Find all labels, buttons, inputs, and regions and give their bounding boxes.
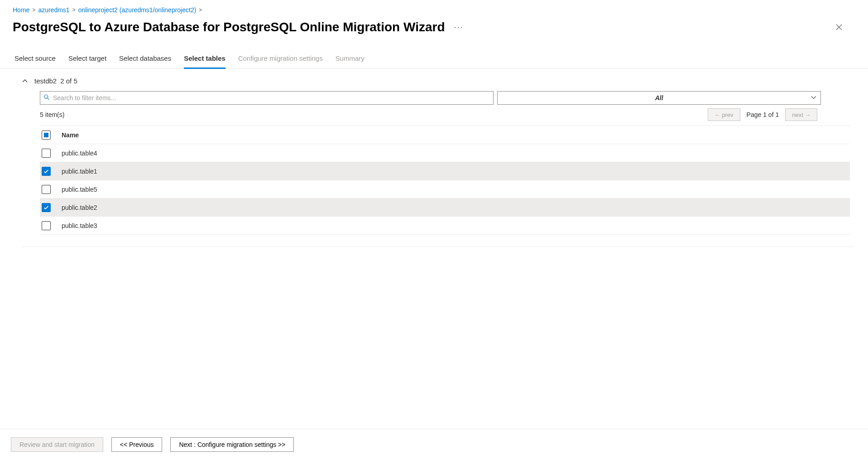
close-icon: [836, 24, 842, 30]
tables-list: Name public.table4 public.table1 public.…: [40, 126, 850, 235]
breadcrumb-link-azuredms1[interactable]: azuredms1: [38, 6, 69, 14]
filter-row: All: [40, 91, 850, 105]
review-start-migration-button: Review and start migration: [11, 437, 103, 452]
more-actions-button[interactable]: ···: [452, 21, 465, 34]
row-checkbox[interactable]: [42, 185, 51, 194]
tab-select-tables[interactable]: Select tables: [184, 51, 225, 69]
wizard-tabs: Select source Select target Select datab…: [0, 39, 868, 69]
page-indicator: Page 1 of 1: [747, 111, 779, 118]
tab-summary: Summary: [336, 51, 364, 69]
accordion-count: 2 of 5: [60, 77, 77, 85]
table-row[interactable]: public.table2: [40, 199, 850, 217]
row-name: public.table4: [61, 150, 850, 157]
breadcrumb-separator: >: [32, 7, 35, 13]
select-all-checkbox[interactable]: [42, 131, 51, 140]
search-icon: [43, 94, 50, 102]
svg-line-1: [48, 98, 49, 99]
meta-row: 5 item(s) ← prev Page 1 of 1 next →: [40, 108, 850, 121]
search-wrap: [40, 91, 494, 105]
row-name: public.table1: [61, 168, 850, 175]
tables-section: testdb2 2 of 5 All 5 item(s) ← prev Page: [0, 69, 868, 235]
table-row[interactable]: public.table1: [40, 162, 850, 180]
breadcrumb: Home > azuredms1 > onlineproject2 (azure…: [0, 0, 868, 18]
prev-page-button: ← prev: [708, 108, 740, 121]
table-row[interactable]: public.table3: [40, 217, 850, 235]
title-row: PostgreSQL to Azure Database for Postgre…: [0, 18, 868, 39]
section-divider: [22, 247, 854, 247]
previous-button[interactable]: << Previous: [111, 437, 163, 452]
filter-select-value: All: [497, 91, 821, 105]
table-header-row: Name: [40, 126, 850, 144]
table-row[interactable]: public.table4: [40, 144, 850, 162]
row-checkbox[interactable]: [42, 221, 51, 230]
breadcrumb-link-onlineproject2[interactable]: onlineproject2 (azuredms1/onlineproject2…: [78, 6, 197, 14]
chevron-up-icon: [22, 78, 28, 84]
item-count: 5 item(s): [40, 111, 494, 118]
row-name: public.table2: [61, 204, 850, 211]
table-row[interactable]: public.table5: [40, 180, 850, 199]
tables-panel: All 5 item(s) ← prev Page 1 of 1 next → …: [22, 91, 854, 235]
accordion-db-name: testdb2: [34, 77, 57, 85]
search-input[interactable]: [40, 91, 494, 105]
row-checkbox[interactable]: [42, 149, 51, 158]
next-button[interactable]: Next : Configure migration settings >>: [170, 437, 294, 452]
row-name: public.table5: [61, 186, 850, 193]
tab-configure-migration-settings: Configure migration settings: [238, 51, 323, 69]
tab-select-source[interactable]: Select source: [14, 51, 56, 69]
breadcrumb-separator: >: [72, 7, 76, 13]
svg-point-0: [44, 95, 48, 98]
row-checkbox[interactable]: [42, 203, 51, 212]
tab-select-databases[interactable]: Select databases: [119, 51, 171, 69]
close-button[interactable]: [832, 20, 846, 34]
row-checkbox[interactable]: [42, 167, 51, 176]
row-name: public.table3: [61, 222, 850, 229]
column-header-name[interactable]: Name: [61, 131, 850, 139]
accordion-header[interactable]: testdb2 2 of 5: [22, 77, 854, 91]
next-page-button: next →: [785, 108, 817, 121]
breadcrumb-link-home[interactable]: Home: [13, 6, 29, 14]
wizard-footer: Review and start migration << Previous N…: [0, 429, 868, 460]
filter-select[interactable]: All: [497, 91, 821, 105]
page-title: PostgreSQL to Azure Database for Postgre…: [13, 20, 445, 34]
tab-select-target[interactable]: Select target: [68, 51, 106, 69]
pager: ← prev Page 1 of 1 next →: [494, 108, 818, 121]
breadcrumb-separator: >: [199, 7, 202, 13]
